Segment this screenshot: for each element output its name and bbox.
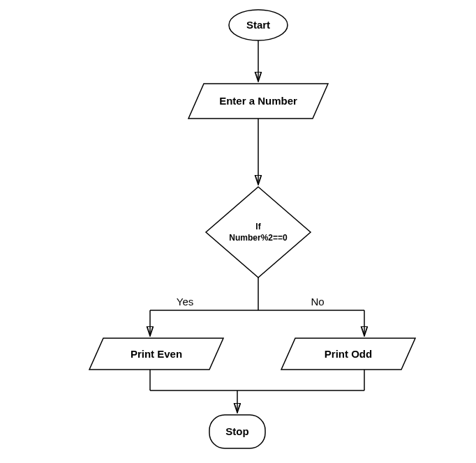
svg-marker-3: [206, 187, 311, 278]
yes-action-node: Print Even: [89, 338, 223, 370]
stop-label: Stop: [225, 425, 248, 437]
decision-node: If Number%2==0: [206, 187, 311, 278]
flowchart-diagram: Start Enter a Number If Number%2==0 Yes …: [0, 0, 476, 463]
no-action-node: Print Odd: [281, 338, 415, 370]
input-node: Enter a Number: [188, 84, 328, 119]
no-label: No: [311, 296, 324, 308]
yes-action-label: Print Even: [131, 348, 182, 360]
no-action-label: Print Odd: [325, 348, 372, 360]
start-label: Start: [246, 19, 270, 31]
yes-label: Yes: [177, 296, 193, 308]
decision-label-1: If: [255, 222, 261, 232]
input-label: Enter a Number: [219, 95, 297, 107]
stop-node: Stop: [209, 415, 265, 448]
decision-label-2: Number%2==0: [229, 233, 288, 243]
start-node: Start: [229, 10, 288, 40]
